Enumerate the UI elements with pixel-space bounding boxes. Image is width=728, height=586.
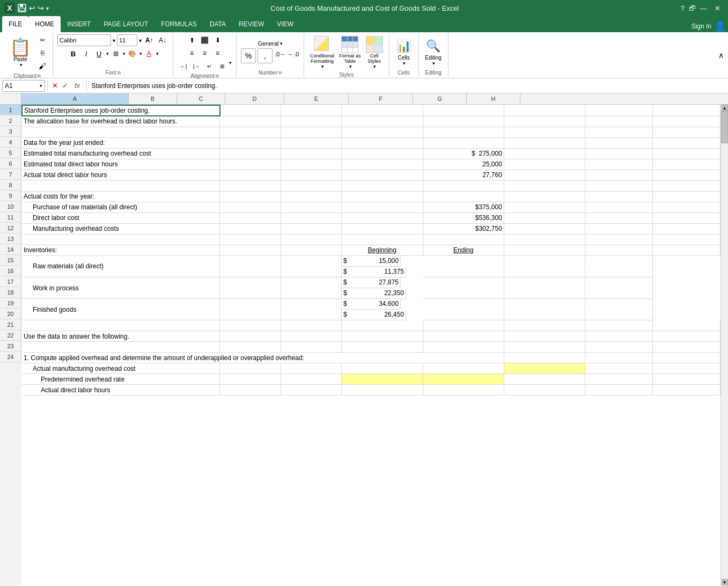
cell-d13[interactable] bbox=[341, 234, 423, 245]
cell-f17[interactable] bbox=[423, 299, 504, 320]
cell-e23[interactable] bbox=[423, 374, 504, 385]
cell-h1[interactable] bbox=[652, 105, 720, 116]
row-num-22[interactable]: 22 bbox=[0, 330, 21, 341]
cell-e12[interactable]: $302,750 bbox=[423, 223, 504, 234]
row-num-10[interactable]: 10 bbox=[0, 201, 21, 212]
cell-g10[interactable] bbox=[585, 202, 652, 213]
clipboard-expand-icon[interactable]: ⧉ bbox=[38, 74, 41, 79]
cell-c8[interactable] bbox=[281, 180, 341, 191]
cell-g14[interactable] bbox=[585, 245, 652, 255]
cell-f14[interactable] bbox=[504, 245, 585, 255]
cell-a24[interactable]: Actual direct labor hours bbox=[22, 385, 220, 395]
cell-a7[interactable]: Actual total direct labor hours bbox=[22, 170, 220, 180]
bold-button[interactable]: B bbox=[68, 48, 79, 60]
cell-b12[interactable] bbox=[220, 223, 281, 234]
borders-dropdown[interactable]: ▾ bbox=[123, 51, 126, 56]
cell-a11[interactable]: Direct labor cost bbox=[22, 213, 220, 223]
cell-h4[interactable] bbox=[652, 137, 720, 148]
cell-a17[interactable]: Finished goods bbox=[22, 299, 220, 320]
cell-a9[interactable]: Actual costs for the year: bbox=[22, 191, 220, 202]
cell-d5[interactable] bbox=[341, 148, 423, 159]
row-num-18[interactable]: 18 bbox=[0, 287, 21, 298]
cell-c23[interactable] bbox=[281, 374, 341, 385]
cell-e4[interactable] bbox=[423, 137, 504, 148]
underline-button[interactable]: U bbox=[93, 48, 105, 60]
save-icon[interactable] bbox=[17, 3, 27, 13]
confirm-formula-icon[interactable]: ✓ bbox=[62, 82, 68, 90]
cell-a16[interactable]: Work in process bbox=[22, 277, 220, 299]
cell-f23[interactable] bbox=[504, 374, 585, 385]
redo-icon[interactable]: ↪ bbox=[38, 4, 44, 12]
col-header-g[interactable]: G bbox=[413, 93, 467, 104]
italic-button[interactable]: I bbox=[80, 48, 92, 60]
cell-a23[interactable]: Predetermined overhead rate bbox=[22, 374, 220, 385]
underline-dropdown[interactable]: ▾ bbox=[106, 51, 109, 56]
cell-f1[interactable] bbox=[504, 105, 585, 116]
align-right-btn[interactable]: ≡ bbox=[212, 47, 224, 59]
cell-f7[interactable] bbox=[504, 170, 585, 180]
cell-g4[interactable] bbox=[585, 137, 652, 148]
cell-b10[interactable] bbox=[220, 202, 281, 213]
cell-h10[interactable] bbox=[652, 202, 720, 213]
cell-h7[interactable] bbox=[652, 170, 720, 180]
cell-g15[interactable] bbox=[504, 255, 585, 277]
number-format-dropdown[interactable]: ▾ bbox=[280, 41, 283, 46]
cell-h6[interactable] bbox=[652, 159, 720, 170]
editing-button[interactable]: 🔍 Editing ▾ bbox=[423, 36, 444, 68]
decrease-decimal-btn[interactable]: ←.0 bbox=[288, 48, 299, 60]
cell-h14[interactable] bbox=[652, 245, 720, 255]
close-btn[interactable]: ✕ bbox=[711, 4, 724, 12]
font-name-input[interactable] bbox=[57, 34, 111, 46]
cell-h16[interactable] bbox=[585, 277, 652, 299]
cell-c22[interactable] bbox=[281, 363, 341, 374]
cell-d8[interactable] bbox=[341, 180, 423, 191]
cell-g24[interactable] bbox=[585, 385, 652, 395]
tab-data[interactable]: DATA bbox=[203, 16, 232, 32]
cell-g17[interactable] bbox=[504, 299, 585, 320]
cell-h2[interactable] bbox=[652, 116, 720, 127]
row-num-23[interactable]: 23 bbox=[0, 341, 21, 351]
cell-h19[interactable] bbox=[652, 331, 720, 342]
percent-button[interactable]: % bbox=[241, 48, 256, 63]
alignment-expand-icon[interactable]: ⧉ bbox=[216, 74, 219, 79]
row-num-7[interactable]: 7 bbox=[0, 169, 21, 180]
cell-g20[interactable] bbox=[585, 342, 652, 353]
cell-a1[interactable]: Stanford Enterprises uses job-order cost… bbox=[22, 105, 220, 116]
cell-f21[interactable] bbox=[504, 353, 585, 363]
cell-g1[interactable] bbox=[585, 105, 652, 116]
cell-e16[interactable]: $22,350 bbox=[342, 288, 406, 299]
cell-d11[interactable] bbox=[341, 213, 423, 223]
cell-g18[interactable] bbox=[585, 320, 652, 331]
col-header-e[interactable]: E bbox=[284, 93, 349, 104]
cell-e17[interactable]: $26,450 bbox=[342, 310, 406, 320]
font-name-dropdown[interactable]: ▾ bbox=[113, 38, 115, 43]
cell-e3[interactable] bbox=[423, 127, 504, 137]
cell-a6[interactable]: Estimated total direct labor hours bbox=[22, 159, 220, 170]
cell-d23[interactable] bbox=[341, 374, 423, 385]
cell-b4[interactable] bbox=[220, 137, 281, 148]
scroll-thumb[interactable] bbox=[721, 111, 728, 143]
row-num-16[interactable]: 16 bbox=[0, 266, 21, 276]
row-num-3[interactable]: 3 bbox=[0, 126, 21, 137]
cell-h17[interactable] bbox=[585, 299, 652, 320]
col-header-d[interactable]: D bbox=[225, 93, 284, 104]
align-left-btn[interactable]: ≡ bbox=[186, 47, 198, 59]
cell-b3[interactable] bbox=[220, 127, 281, 137]
cell-b18[interactable] bbox=[220, 320, 281, 331]
cell-a22[interactable]: Actual manufacturing overhead cost bbox=[22, 363, 220, 374]
cell-b8[interactable] bbox=[220, 180, 281, 191]
col-header-b[interactable]: B bbox=[129, 93, 177, 104]
cell-a21[interactable]: 1. Compute applied overhead and determin… bbox=[22, 353, 504, 363]
cell-d2[interactable] bbox=[341, 116, 423, 127]
cell-c10[interactable] bbox=[281, 202, 341, 213]
cell-h21[interactable] bbox=[652, 353, 720, 363]
tab-page-layout[interactable]: PAGE LAYOUT bbox=[97, 16, 155, 32]
cell-c14[interactable] bbox=[281, 245, 341, 255]
cell-a13[interactable] bbox=[22, 234, 220, 245]
cell-d6[interactable] bbox=[341, 159, 423, 170]
cell-g12[interactable] bbox=[585, 223, 652, 234]
cell-d20[interactable] bbox=[341, 342, 423, 353]
cell-a19[interactable]: Use the data to answer the following. bbox=[22, 331, 220, 342]
cell-d18[interactable] bbox=[341, 320, 423, 331]
cell-e6[interactable]: 25,000 bbox=[423, 159, 504, 170]
